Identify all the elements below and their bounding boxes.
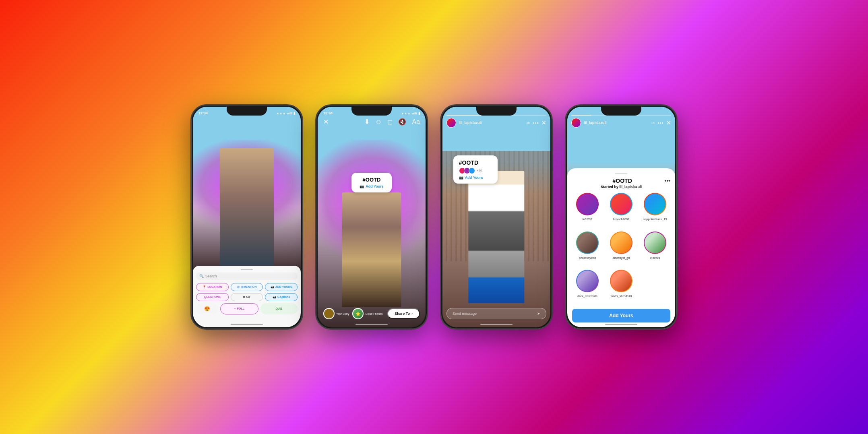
camera-icon: 📷 xyxy=(360,184,364,188)
story-more-4[interactable] xyxy=(658,122,663,124)
p3-sticker[interactable]: #OOTD +20 📷 Add Yours xyxy=(453,155,498,184)
poll-sticker[interactable]: ≡ POLL xyxy=(220,303,258,314)
share-to-button[interactable]: Share To › xyxy=(387,308,420,319)
addyours-icon: 📷 xyxy=(271,285,274,289)
started-by-user: lil_lapislazuli xyxy=(620,185,642,189)
sticker-addyours-btn[interactable]: 📷 ADD YOURS xyxy=(265,283,298,291)
user-avatar-wrapper-5 xyxy=(644,231,666,254)
mention-icon: @ xyxy=(237,285,240,288)
dot3 xyxy=(537,122,538,124)
addyours-sticker[interactable]: #OOTD 📷 Add Yours xyxy=(351,173,392,192)
user-avatar-7 xyxy=(611,271,632,291)
story-time-4: 1h xyxy=(651,121,655,125)
notch-1 xyxy=(227,107,267,116)
p3-sticker-avatars: +20 xyxy=(459,167,492,174)
home-indicator-4 xyxy=(605,324,637,325)
user-avatar-wrapper-4 xyxy=(610,231,632,254)
emoji-sticker[interactable]: 😍 xyxy=(196,303,218,314)
story-editor-toolbar: ✕ ⬇ ☺ ◻ 🔇 Aa xyxy=(318,116,426,127)
location-icon: 📍 xyxy=(203,285,206,289)
user-item-5[interactable]: eloears xyxy=(640,231,670,267)
user-item-4[interactable]: amethyst_grl xyxy=(606,231,637,267)
phones-container: 12:34 ▲▲▲ wifi ▮ 🔍 xyxy=(0,0,868,434)
send-icon: ➤ xyxy=(537,312,540,316)
search-placeholder: Search xyxy=(205,274,217,278)
home-indicator-3 xyxy=(480,324,513,325)
sticker-mention-btn[interactable]: @ @MENTION xyxy=(231,283,263,291)
story-avatar-3[interactable] xyxy=(446,118,456,128)
user-name-2: sapphireblues_19 xyxy=(643,217,667,221)
wifi-icon-2: wifi xyxy=(412,112,417,115)
battery-icon-2: ▮ xyxy=(418,112,420,115)
user-item-7[interactable]: travis_shreds18 xyxy=(606,270,637,305)
sticker-captions-btn[interactable]: 📷 CAptIons xyxy=(265,293,298,301)
battery-icon: ▮ xyxy=(293,112,295,115)
close-story-icon[interactable]: ✕ xyxy=(541,120,546,126)
user-name-0: lofti232 xyxy=(583,217,592,221)
sticker-gif-btn[interactable]: ⊕ GIF xyxy=(231,293,263,301)
tiny-avatar-3 xyxy=(469,167,475,174)
sticker-icon[interactable]: ◻ xyxy=(387,118,393,126)
close-friends-group[interactable]: ⭐ Close Friends xyxy=(352,308,382,319)
user-name-1: heyach2002 xyxy=(613,217,630,221)
emoji-icon[interactable]: ☺ xyxy=(375,118,382,126)
sticker-location-btn[interactable]: 📍 LOCATION xyxy=(196,283,229,291)
add-yours-button[interactable]: Add Yours xyxy=(572,309,670,322)
story-time-3: 3h xyxy=(526,121,530,125)
close-icon[interactable]: ✕ xyxy=(323,118,329,126)
started-by: Started by lil_lapislazuli xyxy=(572,185,670,189)
user-item-1[interactable]: heyach2002 xyxy=(606,193,637,228)
user-avatar-1 xyxy=(611,194,632,215)
user-avatar-0 xyxy=(577,194,598,215)
user-avatar-wrapper-7 xyxy=(610,270,632,292)
poll-icon: ≡ xyxy=(234,307,236,310)
sticker-search[interactable]: 🔍 Search xyxy=(196,273,298,280)
share-destinations: Your Story ⭐ Close Friends xyxy=(323,308,383,319)
tray-handle xyxy=(241,269,253,270)
user-item-2[interactable]: sapphireblues_19 xyxy=(640,193,670,228)
phone-1: 12:34 ▲▲▲ wifi ▮ 🔍 xyxy=(190,104,303,330)
bottom-stickers: 😍 ≡ POLL QUIZ xyxy=(196,303,298,314)
p3-add-yours: 📷 Add Yours xyxy=(459,176,492,180)
dot1 xyxy=(533,122,534,124)
close-story-icon-4[interactable]: ✕ xyxy=(666,120,671,126)
user-name-5: eloears xyxy=(650,256,660,260)
user-item-0[interactable]: lofti232 xyxy=(572,193,603,228)
story-username-3: lil_lapislazuli xyxy=(459,121,523,125)
your-story-avatar xyxy=(323,308,335,319)
sticker-grid: 📍 LOCATION @ @MENTION 📷 ADD YOURS QUESTI… xyxy=(196,283,298,301)
your-story-group[interactable]: Your Story xyxy=(323,308,349,319)
user-name-7: travis_shreds18 xyxy=(611,294,632,298)
mute-icon[interactable]: 🔇 xyxy=(398,118,406,126)
user-name-4: amethyst_grl xyxy=(613,256,630,260)
camera-icon-3: 📷 xyxy=(459,176,463,180)
plus-count: +20 xyxy=(477,169,482,172)
dot5 xyxy=(660,122,661,124)
story-avatar-4[interactable] xyxy=(571,118,581,128)
text-icon[interactable]: Aa xyxy=(412,118,420,126)
phone-4: lil_lapislazuli 1h ✕ #OOTD ••• xyxy=(565,104,678,330)
sheet-more-icon[interactable]: ••• xyxy=(664,178,670,184)
status-icons-1: ▲▲▲ wifi ▮ xyxy=(276,112,295,115)
download-icon[interactable]: ⬇ xyxy=(364,118,370,126)
user-item-6[interactable]: dark_emeralds xyxy=(572,270,603,305)
phone-3: lil_lapislazuli 3h ✕ #OOTD +20 xyxy=(440,104,553,330)
sheet-header: #OOTD ••• xyxy=(572,178,670,184)
sheet-title: #OOTD xyxy=(580,178,664,184)
quiz-sticker[interactable]: QUIZ xyxy=(260,303,298,314)
user-avatar-wrapper-6 xyxy=(576,270,599,292)
wifi-icon: wifi xyxy=(287,112,292,115)
p1-photo-bg xyxy=(193,107,301,272)
user-avatar-3 xyxy=(577,232,598,253)
dot2 xyxy=(535,122,536,124)
user-name-6: dark_emeralds xyxy=(577,294,597,298)
user-avatar-wrapper-2 xyxy=(644,193,666,215)
user-avatar-wrapper-1 xyxy=(610,193,632,215)
p3-bg xyxy=(442,107,550,327)
message-bar-3[interactable]: Send message ➤ xyxy=(446,308,546,319)
sticker-questions-btn[interactable]: QUESTIONS xyxy=(196,293,229,301)
story-progress-fill-4 xyxy=(571,115,591,116)
story-more-3[interactable] xyxy=(533,122,538,124)
user-item-3[interactable]: photosbyean xyxy=(572,231,603,267)
status-time-2: 12:34 xyxy=(323,111,333,115)
